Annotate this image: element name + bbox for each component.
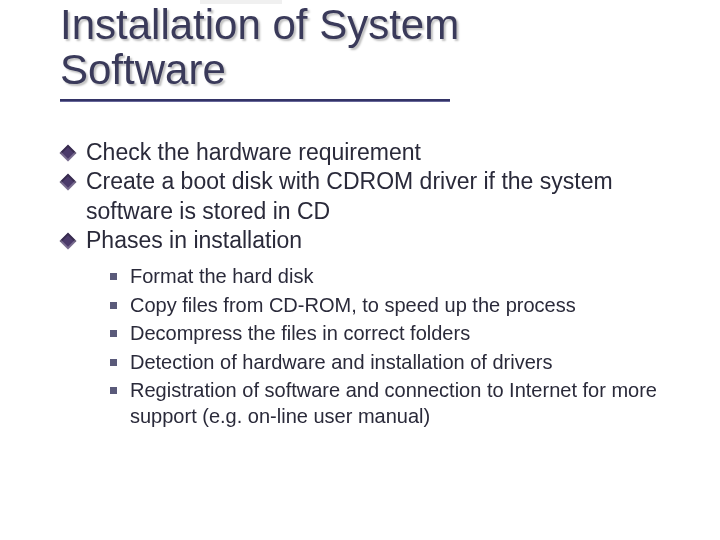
list-item-text: Format the hard disk: [130, 265, 313, 287]
list-item-text: Registration of software and connection …: [130, 379, 657, 427]
bullet-list-level1: Check the hardware requirement Create a …: [60, 138, 680, 430]
bullet-list-level2: Format the hard disk Copy files from CD-…: [86, 263, 680, 429]
list-item: Create a boot disk with CDROM driver if …: [60, 167, 680, 226]
list-item: Format the hard disk: [108, 263, 680, 289]
list-item: Phases in installation Format the hard d…: [60, 226, 680, 430]
list-item: Decompress the files in correct folders: [108, 320, 680, 346]
list-item: Registration of software and connection …: [108, 377, 680, 430]
slide-title: Installation of System Software: [60, 2, 680, 93]
title-underline: [60, 99, 450, 102]
content-area: Check the hardware requirement Create a …: [60, 138, 680, 430]
list-item-text: Copy files from CD-ROM, to speed up the …: [130, 294, 576, 316]
slide: Installation of System Software Check th…: [0, 0, 720, 540]
decorative-shadow: [200, 0, 282, 4]
list-item: Detection of hardware and installation o…: [108, 349, 680, 375]
list-item-text: Detection of hardware and installation o…: [130, 351, 552, 373]
list-item-text: Check the hardware requirement: [86, 139, 421, 165]
title-line-2: Software: [60, 46, 226, 93]
list-item: Check the hardware requirement: [60, 138, 680, 167]
list-item-text: Create a boot disk with CDROM driver if …: [86, 168, 613, 223]
list-item-text: Decompress the files in correct folders: [130, 322, 470, 344]
title-block: Installation of System Software: [60, 0, 680, 102]
list-item-text: Phases in installation: [86, 227, 302, 253]
title-line-1: Installation of System: [60, 1, 459, 48]
list-item: Copy files from CD-ROM, to speed up the …: [108, 292, 680, 318]
